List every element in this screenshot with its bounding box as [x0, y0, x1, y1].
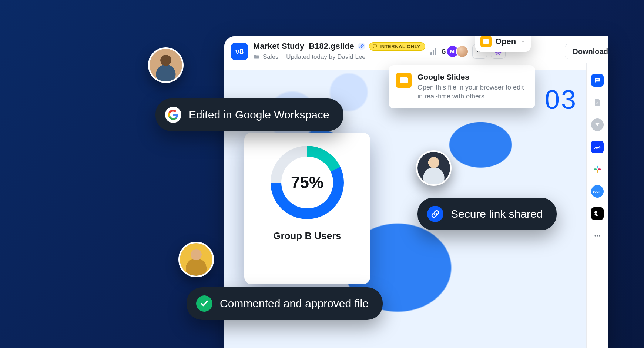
svg-point-7 — [596, 79, 597, 80]
viewer-avatars[interactable]: MI — [449, 45, 469, 58]
open-dropdown-title: Google Slides — [417, 73, 528, 81]
svg-point-9 — [598, 79, 599, 80]
slack-rail-button[interactable] — [591, 163, 604, 175]
more-apps-rail-button[interactable] — [591, 230, 604, 242]
open-dropdown-desc: Open this file in your browser to edit i… — [417, 83, 528, 101]
zoom-rail-button[interactable]: zoom — [591, 185, 604, 198]
open-button[interactable]: Open — [475, 36, 531, 52]
adobe-rail-button[interactable] — [591, 207, 604, 220]
activity-pill-edited: Edited in Google Workspace — [155, 98, 343, 131]
title-block: Market Study_B182.gslide INTERNAL ONLY S… — [253, 41, 425, 61]
activity-pill-approved-label: Commented and approved file — [220, 297, 369, 310]
activity-pill-secure-link: Secure link shared — [417, 198, 557, 230]
metadata-rail-button[interactable] — [591, 118, 604, 131]
access-level-label: INTERNAL ONLY — [380, 44, 421, 49]
access-level-badge[interactable]: INTERNAL ONLY — [369, 42, 426, 51]
stat-percent: 75% — [291, 173, 323, 192]
svg-point-19 — [599, 235, 600, 236]
title-row: Market Study_B182.gslide INTERNAL ONLY — [253, 41, 425, 51]
svg-point-17 — [594, 235, 596, 236]
open-dropdown[interactable]: Google Slides Open this file in your bro… — [389, 65, 535, 108]
avatar-photo[interactable] — [456, 45, 469, 58]
modified-line: Updated today by David Lee — [286, 53, 366, 61]
sign-rail-button[interactable] — [591, 141, 604, 153]
info-rail-button[interactable] — [591, 96, 604, 109]
page-number: 03 — [545, 84, 577, 115]
google-icon — [165, 107, 181, 123]
svg-rect-16 — [598, 168, 600, 170]
shared-link-icon[interactable] — [358, 43, 365, 50]
chevron-down-icon — [520, 39, 526, 44]
breadcrumb[interactable]: Sales · Updated today by David Lee — [253, 53, 425, 61]
viewer-count[interactable]: 6 — [442, 47, 446, 56]
collaborator-avatar-2 — [178, 242, 214, 277]
svg-rect-12 — [597, 103, 598, 104]
activity-pill-approved: Commented and approved file — [187, 287, 383, 320]
svg-rect-14 — [594, 168, 596, 170]
folder-icon — [253, 54, 260, 60]
activity-pill-edited-label: Edited in Google Workspace — [189, 108, 329, 121]
svg-point-8 — [597, 79, 598, 80]
open-button-label: Open — [495, 37, 517, 46]
svg-rect-11 — [597, 103, 598, 103]
collaborator-avatar-1 — [148, 47, 184, 83]
svg-rect-13 — [597, 166, 598, 168]
check-icon — [196, 295, 212, 312]
collaborator-avatar-3 — [416, 150, 452, 186]
folder-name: Sales — [263, 53, 279, 61]
comments-rail-button[interactable] — [591, 74, 604, 87]
google-slides-icon — [396, 73, 412, 88]
stat-label: Group B Users — [273, 230, 341, 242]
svg-point-18 — [597, 235, 598, 236]
header-bar: v8 Market Study_B182.gslide INTERNAL ONL… — [224, 36, 608, 70]
google-slides-icon — [480, 36, 492, 47]
svg-rect-15 — [597, 170, 598, 173]
activity-pill-secure-label: Secure link shared — [451, 208, 543, 220]
link-icon — [427, 206, 443, 222]
file-name[interactable]: Market Study_B182.gslide — [253, 41, 354, 51]
version-badge[interactable]: v8 — [231, 43, 248, 60]
right-rail: zoom — [586, 63, 608, 348]
stats-icon[interactable] — [430, 48, 436, 55]
download-button[interactable]: Download — [565, 44, 608, 59]
stat-card: 75% Group B Users — [244, 133, 370, 284]
donut-chart: 75% — [271, 146, 344, 219]
